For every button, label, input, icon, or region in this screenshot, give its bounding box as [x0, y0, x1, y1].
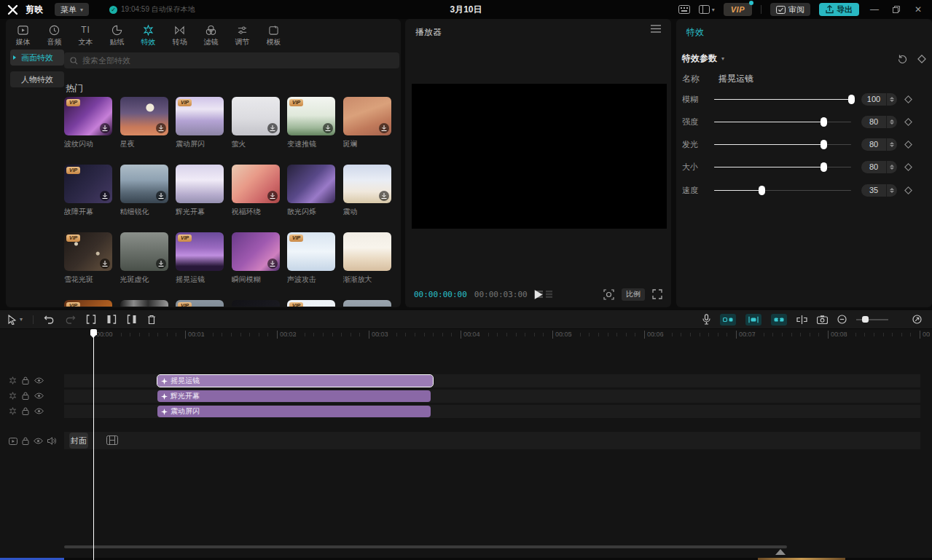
tab-sticker[interactable]: 贴纸: [101, 22, 133, 51]
effect-card[interactable]: VIP变速推镜: [287, 97, 335, 149]
tab-effects[interactable]: 特效: [133, 22, 164, 51]
tab-audio[interactable]: 音频: [39, 22, 70, 51]
tab-filters[interactable]: 滤镜: [195, 22, 227, 51]
close-button[interactable]: ✕: [912, 4, 925, 15]
timeline-ruler[interactable]: 00:00 00:01 00:02 00:03 00:04 00:05 00:0…: [0, 329, 932, 340]
split-icon[interactable]: [86, 315, 96, 324]
stepper-control[interactable]: [886, 93, 897, 106]
keyframe-icon[interactable]: [917, 55, 926, 63]
param-value[interactable]: 35: [861, 184, 886, 197]
param-value[interactable]: 100: [861, 93, 886, 106]
preview-focus-icon[interactable]: [603, 289, 614, 300]
preview-axis-icon[interactable]: [796, 315, 807, 324]
effect-card[interactable]: VIP波纹闪动: [64, 97, 112, 149]
stepper-control[interactable]: [886, 138, 897, 151]
effect-card[interactable]: 萤火: [232, 97, 280, 149]
effect-card[interactable]: 精细锐化: [120, 165, 168, 217]
effect-track-3[interactable]: 震动屏闪: [64, 405, 920, 418]
effect-card[interactable]: 祝福环绕: [232, 165, 280, 217]
tab-templates[interactable]: 模板: [258, 22, 289, 51]
delete-icon[interactable]: [147, 315, 156, 325]
param-slider[interactable]: [714, 140, 851, 149]
delete-left-icon[interactable]: [106, 315, 117, 324]
stepper-control[interactable]: [886, 116, 897, 128]
effect-track-2[interactable]: 辉光开幕: [64, 390, 920, 403]
effect-card[interactable]: 瞬间模糊: [232, 232, 280, 285]
cover-capture-icon[interactable]: [817, 315, 828, 324]
main-track-magnet-toggle[interactable]: [720, 314, 736, 326]
effect-card[interactable]: 星夜: [120, 97, 168, 149]
timeline-zoom-slider[interactable]: [856, 316, 888, 323]
param-value[interactable]: 80: [861, 138, 886, 151]
effect-card[interactable]: VIP声波攻击: [287, 232, 335, 285]
collapse-chevron-icon[interactable]: ▾: [721, 55, 724, 62]
effect-card[interactable]: 震动: [343, 165, 391, 217]
effect-card[interactable]: 斑斓: [343, 97, 391, 149]
eye-icon[interactable]: [34, 377, 44, 384]
effect-card[interactable]: 散光闪烁: [287, 165, 335, 217]
slider-thumb[interactable]: [821, 162, 827, 172]
param-slider[interactable]: [714, 186, 851, 195]
redo-icon[interactable]: [65, 315, 76, 324]
timeline-clip[interactable]: 辉光开幕: [157, 390, 431, 402]
speaker-icon[interactable]: [47, 437, 56, 445]
effect-track-1[interactable]: 摇晃运镜: [64, 374, 920, 387]
param-value[interactable]: 80: [861, 116, 886, 128]
fit-timeline-icon[interactable]: [912, 315, 922, 324]
tab-transitions[interactable]: 转场: [164, 22, 195, 51]
export-button[interactable]: 导出: [819, 3, 859, 16]
stepper-control[interactable]: [886, 184, 897, 197]
category-character-effects[interactable]: 人物特效: [10, 71, 64, 87]
effect-card[interactable]: [120, 300, 168, 307]
horizontal-scrollbar[interactable]: [64, 545, 787, 548]
lock-icon[interactable]: [22, 392, 29, 400]
keyframe-icon[interactable]: [904, 118, 912, 126]
effect-card[interactable]: 渐渐放大: [343, 232, 391, 285]
delete-right-icon[interactable]: [127, 315, 137, 324]
tab-adjust[interactable]: 调节: [227, 22, 258, 51]
param-slider[interactable]: [714, 117, 851, 127]
tab-media[interactable]: 媒体: [7, 22, 39, 51]
slider-thumb[interactable]: [821, 117, 827, 127]
review-button[interactable]: 审阅: [770, 3, 810, 16]
effect-card[interactable]: VIP: [64, 300, 112, 307]
effect-card[interactable]: [232, 300, 280, 307]
effect-card[interactable]: VIP震动屏闪: [176, 97, 224, 149]
inspector-tab-effects[interactable]: 特效: [686, 26, 704, 39]
layout-switch-icon[interactable]: ▾: [699, 5, 715, 14]
effect-card[interactable]: [343, 300, 391, 307]
stepper-control[interactable]: [886, 161, 897, 173]
lock-icon[interactable]: [22, 437, 29, 445]
eye-icon[interactable]: [34, 393, 44, 399]
player-menu-icon[interactable]: [651, 25, 661, 33]
record-mic-icon[interactable]: [702, 314, 710, 325]
effect-card[interactable]: 光斑虚化: [120, 232, 168, 285]
timeline-clip[interactable]: 震动屏闪: [157, 406, 431, 417]
timeline-clip[interactable]: 摇晃运镜: [157, 375, 433, 387]
eye-icon[interactable]: [34, 408, 44, 414]
zoom-out-icon[interactable]: [837, 315, 847, 324]
cover-button[interactable]: 封面: [69, 433, 88, 449]
play-button[interactable]: [534, 290, 542, 299]
tab-text[interactable]: TI 文本: [70, 22, 101, 51]
param-value[interactable]: 80: [861, 161, 886, 173]
menu-button[interactable]: 菜单 ▾: [55, 3, 89, 16]
lock-icon[interactable]: [22, 407, 29, 415]
effect-card[interactable]: 辉光开幕: [176, 165, 224, 217]
eye-icon[interactable]: [34, 438, 43, 444]
video-preview[interactable]: [412, 84, 667, 229]
keyframe-icon[interactable]: [904, 141, 912, 149]
effect-card[interactable]: VIP雪花光斑: [64, 232, 112, 285]
shortcut-keyboard-icon[interactable]: [678, 5, 690, 14]
lock-icon[interactable]: [22, 376, 29, 384]
minimize-button[interactable]: —: [868, 4, 881, 15]
effect-card[interactable]: VIP故障开幕: [64, 165, 112, 217]
effect-card[interactable]: VIP摇晃运镜: [176, 232, 224, 285]
keyframe-icon[interactable]: [904, 95, 912, 103]
link-preview-toggle[interactable]: [771, 314, 787, 326]
keyframe-icon[interactable]: [904, 163, 912, 171]
ratio-button[interactable]: 比例: [622, 288, 645, 301]
param-slider[interactable]: [714, 95, 851, 104]
main-video-track[interactable]: [64, 432, 920, 449]
vip-button[interactable]: VIP: [724, 3, 752, 16]
